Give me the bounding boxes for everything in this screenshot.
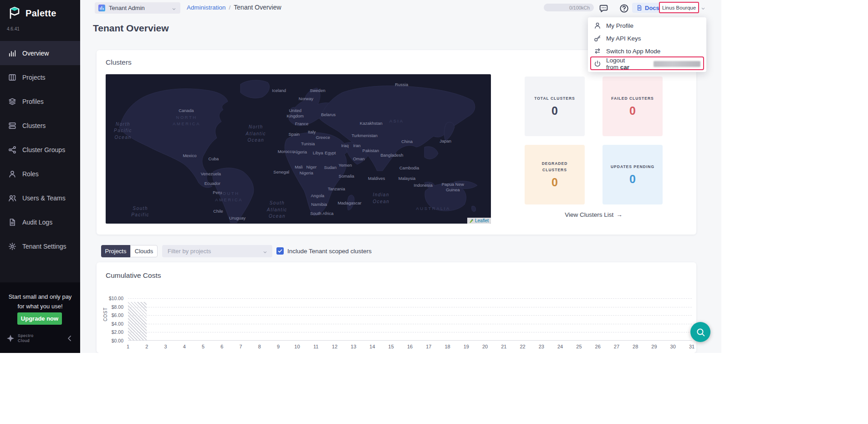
map-country-label: Italy [308,129,316,135]
overview-icon [8,49,16,57]
page-title: Tenant Overview [93,23,169,34]
map-country-label: Sweden [310,88,325,93]
view-clusters-list-link[interactable]: View Clusters List→ [525,211,663,218]
arrow-right-icon: → [616,211,623,218]
sidebar-item-label: Tenant Settings [22,243,66,250]
sidebar-item-projects[interactable]: Projects [0,65,80,89]
sidebar-item-clusters[interactable]: Clusters [0,113,80,138]
search-icon [696,327,705,337]
palette-logo-icon [6,5,22,21]
check-icon [277,248,283,254]
x-tick-label: 26 [595,344,601,349]
view-clusters-list-label: View Clusters List [565,211,613,218]
sidebar-item-cluster-groups[interactable]: Cluster Groups [0,138,80,162]
stat-tile-updates-pending: UPDATES PENDING0 [602,145,663,204]
map-country-label: Maldives [368,176,385,181]
chevron-down-icon [171,5,177,11]
breadcrumb-current: Tenant Overview [234,4,281,11]
map-country-label: Algeria [293,149,307,155]
map-country-label: Chile [213,209,223,214]
map-country-label: Spain [289,132,300,137]
menu-item-logout-from[interactable]: Logout from car [588,57,706,70]
x-tick-label: 7 [240,344,242,349]
leaflet-icon [469,219,474,223]
cumulative-costs-title: Cumulative Costs [106,271,161,280]
docs-icon [636,5,643,11]
x-tick-label: 16 [407,344,413,349]
cluster-stats-grid: TOTAL CLUSTERS0FAILED CLUSTERS0DEGRADED … [525,77,663,204]
map-country-label: Bangladesh [380,153,403,158]
sidebar-item-audit-logs[interactable]: Audit Logs [0,210,80,234]
map-country-label: Tunisia [301,141,315,147]
clusters-world-map[interactable]: IcelandSwedenNorwayRussiaCanadaUnited Ki… [106,74,491,224]
brand: Palette [6,5,56,21]
user-menu-button[interactable]: Linus Bourque [659,2,699,13]
map-country-label: Russia [395,82,408,87]
sidebar-item-profiles[interactable]: Profiles [0,89,80,113]
sidebar-item-overview[interactable]: Overview [0,41,80,65]
scope-select[interactable]: Tenant Admin [95,2,180,14]
map-country-label: Cuba [209,156,219,162]
map-country-label: Niger [306,164,317,170]
map-country-label: Uruguay [229,215,245,221]
x-tick-label: 22 [520,344,525,349]
spotlight-search-fab[interactable] [690,322,710,342]
x-tick-label: 20 [482,344,488,349]
spectro-cloud-logo-icon [6,334,15,342]
roles-icon [8,170,16,178]
docs-label: Docs [645,5,659,11]
upgrade-now-button[interactable]: Upgrade now [17,312,62,325]
stat-value: 0 [629,104,636,117]
no-data-hatch [128,302,147,340]
sidebar-item-users-teams[interactable]: Users & Teams [0,186,80,210]
help-icon[interactable] [619,4,629,13]
map-country-label: Somalia [339,174,354,179]
gridline [128,332,692,332]
chat-icon[interactable] [599,4,608,13]
x-tick-label: 29 [651,344,657,349]
map-country-label: Kazakhstan [360,121,383,126]
promo-line1: Start small and only pay [9,293,72,300]
stat-label: TOTAL CLUSTERS [532,95,577,102]
tab-clouds[interactable]: Clouds [130,245,158,257]
map-labels: IcelandSwedenNorwayRussiaCanadaUnited Ki… [106,74,491,224]
users-teams-icon [8,194,16,202]
x-tick-label: 30 [670,344,676,349]
map-country-label: Peru [213,190,222,195]
map-country-label: South Africa [310,211,333,216]
map-country-label: China [401,139,413,144]
map-country-label: Yemen [339,163,352,168]
menu-item-my-api-keys[interactable]: My API Keys [588,32,706,45]
x-tick-label: 15 [388,344,394,349]
user-chevron-down-icon[interactable] [700,5,706,10]
sidebar-collapse-icon[interactable] [66,334,74,342]
leaflet-link[interactable]: Leaflet [475,218,489,223]
map-country-label: Japan [439,138,451,144]
breadcrumb-separator: / [229,4,231,11]
map-country-label: Ecuador [204,181,220,186]
map-region-label: South Pacific [131,205,149,218]
map-country-label: Pakistan [363,148,379,153]
map-region-label: North Pacific Ocean [114,121,132,141]
map-country-label: Morocco [278,149,294,154]
clusters-card-title: Clusters [106,58,132,66]
y-tick-label: $4.00 [102,321,123,327]
sidebar-footer: Spectro Cloud [0,328,80,349]
map-country-label: Venezuela [201,171,221,177]
sidebar-item-roles[interactable]: Roles [0,162,80,186]
menu-item-label: My Profile [606,22,633,29]
map-country-label: Namibia [311,202,327,207]
y-tick-label: $2.00 [102,329,123,335]
menu-item-switch-to-app-mode[interactable]: Switch to App Mode [588,45,706,57]
y-tick-label: $0.00 [102,338,123,343]
breadcrumb-administration-link[interactable]: Administration [187,4,226,11]
map-country-label: Sudan [324,165,336,170]
map-country-label: Mali [295,164,302,170]
menu-item-my-profile[interactable]: My Profile [588,19,706,32]
tab-projects[interactable]: Projects [101,245,130,257]
filter-by-projects-select[interactable]: Filter by projects [162,245,272,257]
sidebar-item-tenant-settings[interactable]: Tenant Settings [0,234,80,258]
sidebar-item-label: Cluster Groups [22,146,65,153]
stat-tile-failed-clusters: FAILED CLUSTERS0 [602,77,663,136]
tenant-scoped-checkbox[interactable] [276,247,284,255]
